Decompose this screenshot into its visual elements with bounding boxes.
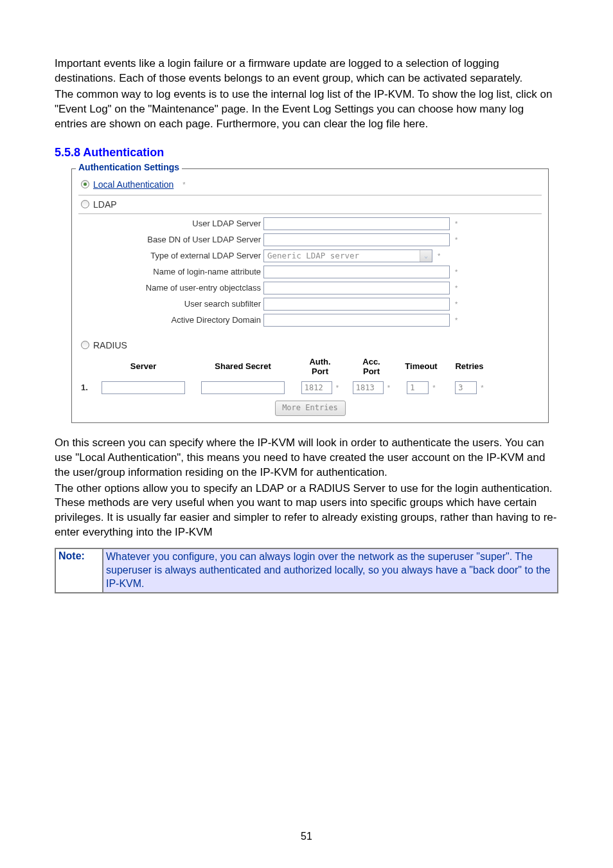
input-ad-domain[interactable] [263, 314, 450, 327]
select-type-ext[interactable]: Generic LDAP server ⌄ [263, 249, 432, 262]
divider [78, 195, 542, 195]
asterisk-icon: * [455, 233, 458, 246]
radio-local-auth[interactable]: Local Authentication * [81, 178, 539, 191]
intro-paragraph-2: The common way to log events is to use t… [55, 87, 558, 132]
label-base-dn: Base DN of User LDAP Server [81, 235, 263, 244]
asterisk-icon: * [432, 381, 435, 394]
input-acc-port[interactable] [353, 381, 384, 394]
radio-ldap[interactable]: LDAP [81, 199, 539, 210]
asterisk-icon: * [481, 381, 483, 394]
th-timeout: Timeout [397, 361, 445, 371]
label-login-name-attr: Name of login-name attribute [81, 267, 263, 276]
th-acc-port: Acc. Port [346, 357, 397, 376]
th-server: Server [95, 361, 191, 371]
input-radius-server[interactable] [102, 381, 185, 394]
asterisk-icon: * [455, 266, 458, 278]
input-base-dn[interactable] [263, 233, 450, 246]
asterisk-icon: * [438, 249, 440, 262]
th-secret: Shared Secret [191, 361, 294, 371]
note-label: Note: [55, 548, 103, 592]
radio-icon [81, 341, 89, 349]
input-login-name-attr[interactable] [263, 266, 450, 278]
asterisk-icon: * [455, 282, 458, 294]
local-auth-label[interactable]: Local Authentication [93, 179, 173, 190]
outro-paragraph-1: On this screen you can specify where the… [55, 436, 558, 480]
radio-icon [81, 200, 89, 208]
outro-paragraph-2: The other options allow you to specify a… [55, 482, 558, 541]
label-search-subfilter: User search subfilter [81, 299, 263, 309]
asterisk-icon: * [455, 314, 458, 327]
row-number: 1. [81, 383, 95, 392]
radius-row: 1. * * * * [81, 381, 539, 398]
th-retries: Retries [445, 361, 493, 371]
ldap-label: LDAP [93, 199, 117, 210]
more-entries-button[interactable]: More Entries [275, 401, 346, 416]
select-value: Generic LDAP server [267, 251, 359, 260]
input-user-entry-class[interactable] [263, 282, 450, 294]
radius-label: RADIUS [93, 340, 127, 350]
asterisk-icon: * [455, 217, 458, 230]
radio-radius[interactable]: RADIUS [81, 340, 539, 350]
auth-settings-fieldset: Authentication Settings Local Authentica… [71, 168, 549, 423]
input-timeout[interactable] [407, 381, 429, 394]
asterisk-icon: * [455, 298, 458, 311]
asterisk-icon: * [387, 381, 390, 394]
intro-paragraph-1: Important events like a login failure or… [55, 57, 558, 86]
page-number: 51 [0, 831, 613, 842]
input-user-ldap-server[interactable] [263, 217, 450, 230]
note-text: Whatever you configure, you can always l… [103, 548, 558, 592]
divider [78, 213, 542, 214]
chevron-down-icon: ⌄ [420, 250, 432, 262]
label-type-ext: Type of external LDAP Server [81, 251, 263, 260]
label-ad-domain: Active Directory Domain [81, 315, 263, 325]
asterisk-icon: * [336, 381, 339, 394]
input-shared-secret[interactable] [201, 381, 285, 394]
fieldset-legend: Authentication Settings [76, 162, 182, 172]
radio-icon [81, 180, 89, 188]
label-user-entry-class: Name of user-entry objectclass [81, 283, 263, 293]
input-auth-port[interactable] [301, 381, 332, 394]
label-user-ldap-server: User LDAP Server [81, 219, 263, 228]
section-heading: 5.5.8 Authentication [55, 146, 558, 159]
th-auth-port: Auth. Port [294, 357, 346, 376]
asterisk-icon: * [182, 178, 185, 191]
input-search-subfilter[interactable] [263, 298, 450, 311]
note-box: Note: Whatever you configure, you can al… [55, 548, 558, 593]
input-retries[interactable] [455, 381, 477, 394]
